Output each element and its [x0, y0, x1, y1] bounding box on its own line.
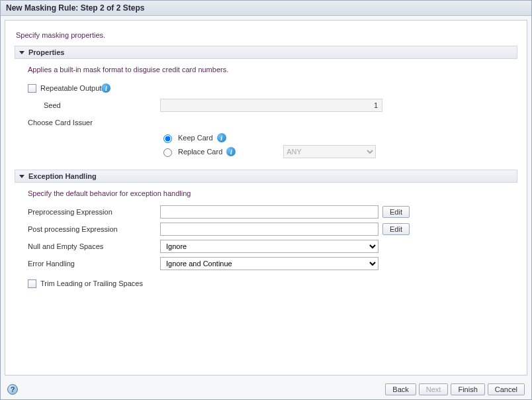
info-icon[interactable]: i — [217, 133, 226, 142]
replace-card-radio[interactable] — [163, 148, 172, 157]
back-button[interactable]: Back — [385, 383, 416, 395]
trim-spaces-checkbox[interactable]: Trim Leading or Trailing Spaces — [28, 279, 143, 288]
info-icon[interactable]: i — [101, 83, 111, 93]
help-icon[interactable]: ? — [7, 384, 18, 395]
pre-expression-label: Preprocessing Expression — [28, 208, 160, 216]
checkbox-icon — [28, 84, 36, 93]
finish-button[interactable]: Finish — [451, 383, 484, 395]
section-properties-header[interactable]: Properties — [15, 46, 517, 59]
error-handling-select[interactable]: Ignore and Continue — [160, 257, 378, 270]
repeatable-output-label: Repeatable Output — [40, 84, 101, 92]
dialog-title: New Masking Rule: Step 2 of 2 Steps — [1, 1, 531, 16]
section-exception-title: Exception Handling — [28, 172, 97, 180]
properties-description: Applies a built-in mask format to disgui… — [28, 66, 513, 74]
repeatable-output-checkbox[interactable]: Repeatable Output — [28, 84, 101, 93]
keep-card-label: Keep Card — [178, 134, 213, 142]
checkbox-icon — [28, 279, 36, 288]
collapse-icon — [19, 51, 24, 54]
cancel-button[interactable]: Cancel — [488, 383, 525, 395]
dialog: New Masking Rule: Step 2 of 2 Steps Spec… — [0, 0, 532, 400]
keep-card-radio[interactable] — [163, 134, 172, 143]
trim-spaces-label: Trim Leading or Trailing Spaces — [40, 279, 143, 287]
section-properties-title: Properties — [28, 48, 64, 56]
post-expression-edit-button[interactable]: Edit — [382, 223, 410, 235]
dialog-footer: ? Back Next Finish Cancel — [1, 379, 531, 399]
exception-description: Specify the default behavior for excepti… — [28, 189, 513, 197]
null-handling-label: Null and Empty Spaces — [28, 242, 160, 250]
null-handling-select[interactable]: Ignore — [160, 240, 378, 253]
post-expression-input[interactable] — [160, 223, 378, 236]
section-properties-body: Applies a built-in mask format to disgui… — [15, 66, 517, 170]
replace-card-select: ANY — [283, 145, 376, 158]
issuer-label: Choose Card Issuer — [28, 119, 160, 126]
post-expression-label: Post processing Expression — [28, 225, 160, 233]
pre-expression-input[interactable] — [160, 205, 378, 219]
dialog-content: Specify masking properties. Properties A… — [5, 20, 527, 375]
page-instruction: Specify masking properties. — [16, 31, 516, 39]
info-icon[interactable]: i — [226, 147, 236, 156]
pre-expression-edit-button[interactable]: Edit — [382, 206, 410, 218]
seed-input — [160, 99, 382, 112]
collapse-icon — [19, 175, 24, 178]
replace-card-label: Replace Card — [178, 148, 222, 156]
section-exception-body: Specify the default behavior for excepti… — [15, 189, 517, 302]
section-exception-header[interactable]: Exception Handling — [15, 170, 517, 183]
seed-label: Seed — [28, 101, 160, 109]
next-button: Next — [419, 383, 449, 395]
error-handling-label: Error Handling — [28, 260, 160, 268]
